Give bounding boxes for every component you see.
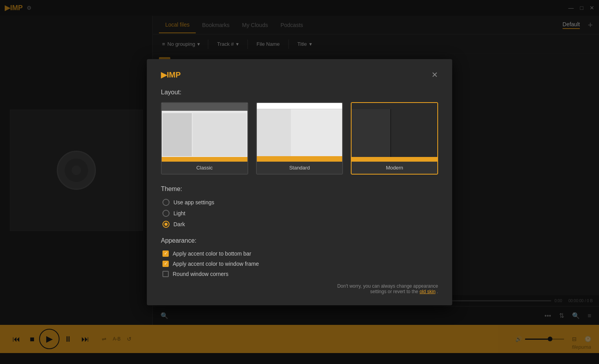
layout-standard-label: Standard — [257, 162, 343, 174]
modal-note: Don't worry, you can always change appea… — [321, 283, 438, 294]
preview-header — [162, 103, 247, 111]
preview-right-std — [291, 109, 342, 156]
preview-bottom-std — [257, 156, 343, 162]
layout-modern-card[interactable]: Modern — [351, 102, 438, 175]
preview-header-mod — [352, 103, 437, 109]
layout-classic-label: Classic — [162, 162, 247, 174]
checkbox-round-corners-box — [162, 271, 169, 277]
preview-body — [162, 112, 247, 157]
modal-overlay: ▶IMP ✕ Layout: Classic — [0, 0, 599, 364]
checkbox-round-corners[interactable]: Round window corners — [162, 271, 438, 277]
theme-app-settings[interactable]: Use app settings — [162, 199, 438, 206]
modal-close-button[interactable]: ✕ — [431, 70, 438, 79]
modal-note-end: . — [437, 289, 438, 294]
preview-bar — [162, 157, 247, 162]
appearance-section: Appearance: ✓ Apply accent color to bott… — [161, 237, 438, 277]
theme-section-title: Theme: — [161, 186, 438, 193]
radio-light-circle — [162, 210, 170, 217]
checkbox-round-corners-label: Round window corners — [173, 271, 228, 277]
theme-light[interactable]: Light — [162, 210, 438, 217]
modal-header: ▶IMP ✕ — [161, 70, 438, 79]
preview-header-std — [257, 103, 343, 109]
preview-left-std — [257, 109, 291, 156]
checkbox-accent-frame[interactable]: ✓ Apply accent color to window frame — [162, 261, 438, 267]
layout-section-title: Layout: — [161, 89, 438, 96]
theme-dark-label: Dark — [173, 221, 185, 227]
appearance-section-title: Appearance: — [161, 237, 438, 244]
preview-main-mod — [352, 109, 437, 157]
theme-app-settings-label: Use app settings — [173, 199, 214, 205]
layout-standard-preview — [257, 103, 343, 162]
checkbox-accent-bottom-label: Apply accent color to bottom bar — [173, 250, 251, 257]
settings-modal: ▶IMP ✕ Layout: Classic — [147, 59, 452, 305]
preview-right-mod — [391, 109, 437, 157]
layout-standard-card[interactable]: Standard — [256, 102, 343, 175]
preview-left-mod — [352, 109, 390, 157]
theme-dark[interactable]: Dark — [162, 221, 438, 228]
theme-section: Theme: Use app settings Light Dark — [161, 186, 438, 228]
modal-footer: Don't worry, you can always change appea… — [161, 283, 438, 294]
layout-classic-preview — [162, 103, 247, 162]
preview-sidebar — [162, 113, 192, 156]
preview-bottom-mod — [352, 157, 437, 162]
checkbox-accent-frame-label: Apply accent color to window frame — [173, 261, 259, 267]
checkbox-group: ✓ Apply accent color to bottom bar ✓ App… — [161, 250, 438, 277]
checkbox-accent-frame-box: ✓ — [162, 261, 169, 267]
preview-content — [193, 113, 247, 156]
layout-modern-label: Modern — [352, 162, 437, 174]
layout-modern-preview — [352, 103, 437, 162]
preview-main-std — [257, 109, 343, 156]
checkbox-accent-bottom[interactable]: ✓ Apply accent color to bottom bar — [162, 250, 438, 257]
old-skin-link[interactable]: old skin — [420, 289, 436, 294]
checkbox-accent-bottom-box: ✓ — [162, 250, 169, 257]
radio-app-settings-circle — [162, 199, 170, 206]
layout-classic-card[interactable]: Classic — [161, 102, 248, 175]
theme-light-label: Light — [173, 210, 185, 216]
radio-dark-circle — [162, 221, 170, 228]
modal-logo: ▶IMP — [161, 70, 181, 79]
theme-radio-group: Use app settings Light Dark — [161, 199, 438, 228]
layout-options: Classic Standard — [161, 102, 438, 175]
